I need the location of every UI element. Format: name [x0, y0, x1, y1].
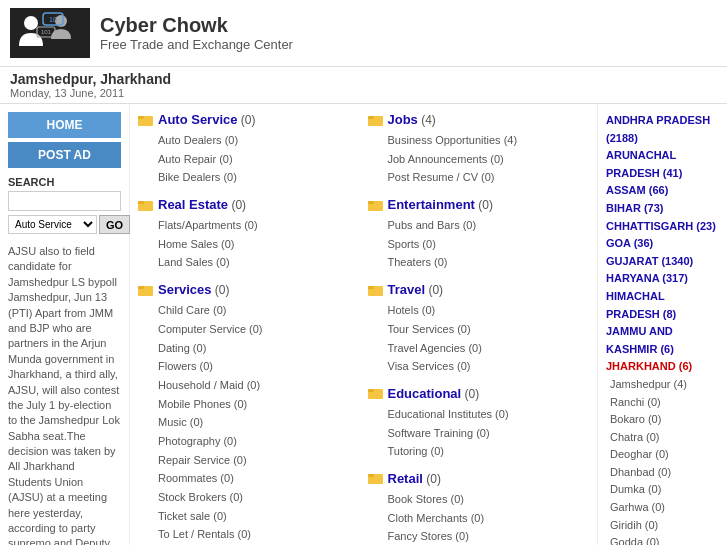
- folder-icon-real-estate: [138, 198, 154, 212]
- svg-rect-7: [138, 116, 144, 119]
- cat-title-educational[interactable]: Educational (0): [388, 386, 480, 401]
- cat-item: Photography (0): [158, 432, 360, 451]
- folder-icon-retail: [368, 471, 384, 485]
- state-item: JAMMU AND KASHMIR (6): [606, 323, 719, 358]
- cat-title-jobs[interactable]: Jobs (4): [388, 112, 436, 127]
- city-item: Jamshedpur (4): [606, 376, 719, 394]
- cat-title-auto-service[interactable]: Auto Service (0): [158, 112, 256, 127]
- state-item: HARYANA (317): [606, 270, 719, 288]
- cat-items-entertainment: Pubs and Bars (0) Sports (0) Theaters (0…: [388, 216, 590, 272]
- cat-item: Fancy Stores (0): [388, 527, 590, 545]
- header: 10 101 Cyber Chowk Free Trade and Exchan…: [0, 0, 727, 67]
- cat-item: Household / Maid (0): [158, 376, 360, 395]
- cat-item: Book Stores (0): [388, 490, 590, 509]
- city-item: Bokaro (0): [606, 411, 719, 429]
- category-jobs: Jobs (4) Business Opportunities (4) Job …: [368, 112, 590, 187]
- cat-item: Visa Services (0): [388, 357, 590, 376]
- cat-item: Travel Agencies (0): [388, 339, 590, 358]
- state-item: GOA (36): [606, 235, 719, 253]
- svg-rect-11: [138, 286, 144, 289]
- cat-item: Auto Repair (0): [158, 150, 360, 169]
- site-subtitle: Free Trade and Exchange Center: [100, 37, 293, 52]
- search-category-select[interactable]: Auto Service Real Estate Services Jobs E…: [8, 215, 97, 234]
- categories-left-col: Auto Service (0) Auto Dealers (0) Auto R…: [138, 112, 360, 545]
- folder-icon-travel: [368, 283, 384, 297]
- category-educational: Educational (0) Educational Institutes (…: [368, 386, 590, 461]
- search-section: SEARCH Auto Service Real Estate Services…: [8, 176, 121, 234]
- cat-header-entertainment: Entertainment (0): [368, 197, 590, 212]
- cat-items-jobs: Business Opportunities (4) Job Announcem…: [388, 131, 590, 187]
- folder-icon-services: [138, 283, 154, 297]
- cat-item: Sports (0): [388, 235, 590, 254]
- cat-item: Cloth Merchants (0): [388, 509, 590, 528]
- news-text: AJSU also to field candidate for Jamshed…: [8, 245, 121, 545]
- cat-title-travel[interactable]: Travel (0): [388, 282, 444, 297]
- location-bar: Jamshedpur, Jharkhand Monday, 13 June, 2…: [0, 67, 727, 104]
- city-item: Dumka (0): [606, 481, 719, 499]
- cat-item: Business Opportunities (4): [388, 131, 590, 150]
- svg-rect-17: [368, 201, 374, 204]
- category-services: Services (0) Child Care (0) Computer Ser…: [138, 282, 360, 544]
- category-entertainment: Entertainment (0) Pubs and Bars (0) Spor…: [368, 197, 590, 272]
- search-go-button[interactable]: GO: [99, 215, 130, 234]
- cat-item: Pubs and Bars (0): [388, 216, 590, 235]
- cat-item: Software Training (0): [388, 424, 590, 443]
- city-item: Dhanbad (0): [606, 464, 719, 482]
- state-item-jharkhand-active: JHARKHAND (6): [606, 358, 719, 376]
- home-button[interactable]: HOME: [8, 112, 121, 138]
- svg-rect-23: [368, 474, 374, 477]
- state-item: ARUNACHAL PRADESH (41): [606, 147, 719, 182]
- svg-rect-15: [368, 116, 374, 119]
- cat-item: Music (0): [158, 413, 360, 432]
- cat-items-services: Child Care (0) Computer Service (0) Dati…: [158, 301, 360, 544]
- city-item: Ranchi (0): [606, 394, 719, 412]
- right-sidebar: ANDHRA PRADESH (2188) ARUNACHAL PRADESH …: [597, 104, 727, 545]
- cat-items-auto-service: Auto Dealers (0) Auto Repair (0) Bike De…: [158, 131, 360, 187]
- cat-item: Child Care (0): [158, 301, 360, 320]
- cat-item: Dating (0): [158, 339, 360, 358]
- folder-icon-jobs: [368, 113, 384, 127]
- cat-item: Repair Service (0): [158, 451, 360, 470]
- cat-item: Roommates (0): [158, 469, 360, 488]
- post-ad-button[interactable]: POST AD: [8, 142, 121, 168]
- svg-point-0: [24, 16, 38, 30]
- cat-header-jobs: Jobs (4): [368, 112, 590, 127]
- city-item: Giridih (0): [606, 517, 719, 535]
- svg-text:101: 101: [40, 29, 51, 35]
- cat-items-educational: Educational Institutes (0) Software Trai…: [388, 405, 590, 461]
- header-text: Cyber Chowk Free Trade and Exchange Cent…: [100, 14, 293, 52]
- state-item: BIHAR (73): [606, 200, 719, 218]
- cat-item: Tutoring (0): [388, 442, 590, 461]
- cat-title-services[interactable]: Services (0): [158, 282, 230, 297]
- svg-rect-21: [368, 389, 374, 392]
- cat-items-travel: Hotels (0) Tour Services (0) Travel Agen…: [388, 301, 590, 376]
- state-item: CHHATTISGARH (23): [606, 218, 719, 236]
- cat-items-retail: Book Stores (0) Cloth Merchants (0) Fanc…: [388, 490, 590, 545]
- search-input[interactable]: [8, 191, 121, 211]
- city-item: Garhwa (0): [606, 499, 719, 517]
- search-row: Auto Service Real Estate Services Jobs E…: [8, 215, 121, 234]
- cat-item: To Let / Rentals (0): [158, 525, 360, 544]
- cat-item: Home Sales (0): [158, 235, 360, 254]
- cat-item: Educational Institutes (0): [388, 405, 590, 424]
- svg-rect-19: [368, 286, 374, 289]
- svg-text:10: 10: [49, 16, 57, 23]
- cat-title-entertainment[interactable]: Entertainment (0): [388, 197, 493, 212]
- cat-header-services: Services (0): [138, 282, 360, 297]
- city-item: Chatra (0): [606, 429, 719, 447]
- svg-rect-9: [138, 201, 144, 204]
- folder-icon-educational: [368, 386, 384, 400]
- cat-title-real-estate[interactable]: Real Estate (0): [158, 197, 246, 212]
- left-sidebar: HOME POST AD SEARCH Auto Service Real Es…: [0, 104, 130, 545]
- state-item: GUJARAT (1340): [606, 253, 719, 271]
- cat-header-educational: Educational (0): [368, 386, 590, 401]
- cat-item: Job Announcements (0): [388, 150, 590, 169]
- category-auto-service: Auto Service (0) Auto Dealers (0) Auto R…: [138, 112, 360, 187]
- city-item: Godda (0): [606, 534, 719, 545]
- cat-item: Post Resume / CV (0): [388, 168, 590, 187]
- categories-right-col: Jobs (4) Business Opportunities (4) Job …: [368, 112, 590, 545]
- cat-title-retail[interactable]: Retail (0): [388, 471, 441, 486]
- main-layout: HOME POST AD SEARCH Auto Service Real Es…: [0, 104, 727, 545]
- cat-item: Ticket sale (0): [158, 507, 360, 526]
- cat-item: Mobile Phones (0): [158, 395, 360, 414]
